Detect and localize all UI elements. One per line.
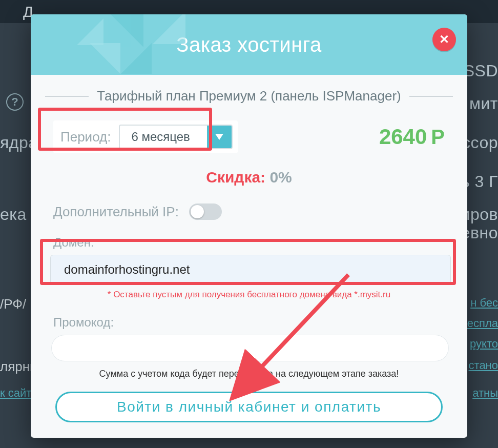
period-label: Период: bbox=[60, 129, 111, 145]
svg-marker-3 bbox=[121, 43, 152, 74]
help-glyph: ? bbox=[11, 95, 18, 109]
close-button[interactable]: ✕ bbox=[432, 28, 456, 51]
currency: Р bbox=[431, 126, 445, 149]
domain-input[interactable] bbox=[50, 255, 451, 284]
domain-hint: * Оставьте пустым для получения бесплатн… bbox=[45, 290, 453, 300]
chevron-down-icon bbox=[215, 134, 223, 140]
domain-label: Домен: bbox=[45, 235, 453, 250]
bg-text: ека bbox=[0, 205, 27, 224]
promo-label: Промокод: bbox=[45, 315, 453, 330]
modal-body: Тарифный план Премиум 2 (панель ISPManag… bbox=[31, 75, 467, 438]
svg-marker-5 bbox=[215, 134, 223, 140]
period-price-row: Период: 6 месяцев 2640 Р bbox=[45, 116, 453, 157]
order-modal: Заказ хостинга ✕ Тарифный план Премиум 2… bbox=[31, 14, 467, 438]
triangle-icon bbox=[90, 43, 120, 74]
bg-link[interactable]: стано bbox=[469, 359, 498, 372]
bg-link[interactable]: еспла bbox=[467, 317, 498, 330]
period-select[interactable]: 6 месяцев bbox=[119, 125, 233, 149]
bg-text: /РФ/ bbox=[0, 296, 26, 312]
bg-link[interactable]: атны bbox=[472, 386, 498, 400]
modal-header: Заказ хостинга ✕ bbox=[31, 14, 467, 75]
bg-link[interactable]: к сайт bbox=[0, 386, 31, 400]
toggle-knob bbox=[191, 205, 204, 218]
discount-label: Скидка: bbox=[206, 169, 265, 186]
triangle-icon bbox=[108, 14, 143, 47]
bg-text: SSD bbox=[464, 62, 498, 80]
ip-row: Дополнительный IP: bbox=[45, 203, 453, 220]
triangle-icon bbox=[153, 14, 185, 44]
price: 2640 Р bbox=[379, 125, 445, 149]
svg-marker-2 bbox=[90, 43, 120, 74]
ip-toggle[interactable] bbox=[189, 203, 222, 220]
pay-button[interactable]: Войти в личный кабинет и оплатить bbox=[55, 392, 443, 422]
price-value: 2640 bbox=[379, 125, 427, 149]
bg-link[interactable]: рукто bbox=[470, 337, 498, 351]
triangle-icon bbox=[77, 18, 103, 45]
bg-link[interactable]: н бес bbox=[470, 296, 498, 310]
period-block: Период: 6 месяцев bbox=[53, 120, 238, 153]
close-icon: ✕ bbox=[439, 32, 449, 47]
period-value: 6 месяцев bbox=[120, 126, 207, 148]
plan-name: Тарифный план Премиум 2 (панель ISPManag… bbox=[97, 88, 401, 104]
help-icon[interactable]: ? bbox=[6, 93, 24, 111]
plan-heading: Тарифный план Премиум 2 (панель ISPManag… bbox=[45, 88, 453, 104]
svg-marker-4 bbox=[153, 14, 185, 44]
promo-hint: Сумма с учетом кода будет пересчитана на… bbox=[45, 369, 453, 379]
discount: Скидка: 0% bbox=[45, 169, 453, 186]
bg-text: мит bbox=[469, 94, 498, 113]
triangle-icon bbox=[121, 43, 152, 74]
promo-input[interactable] bbox=[51, 335, 449, 361]
svg-marker-1 bbox=[108, 14, 143, 47]
period-dropdown-button[interactable] bbox=[207, 126, 232, 148]
bg-text: ссор bbox=[462, 133, 498, 152]
discount-value: 0% bbox=[265, 169, 292, 186]
svg-marker-0 bbox=[77, 18, 103, 45]
modal-title: Заказ хостинга bbox=[176, 33, 322, 56]
pay-button-label: Войти в личный кабинет и оплатить bbox=[117, 399, 381, 415]
ip-label: Дополнительный IP: bbox=[53, 204, 179, 220]
